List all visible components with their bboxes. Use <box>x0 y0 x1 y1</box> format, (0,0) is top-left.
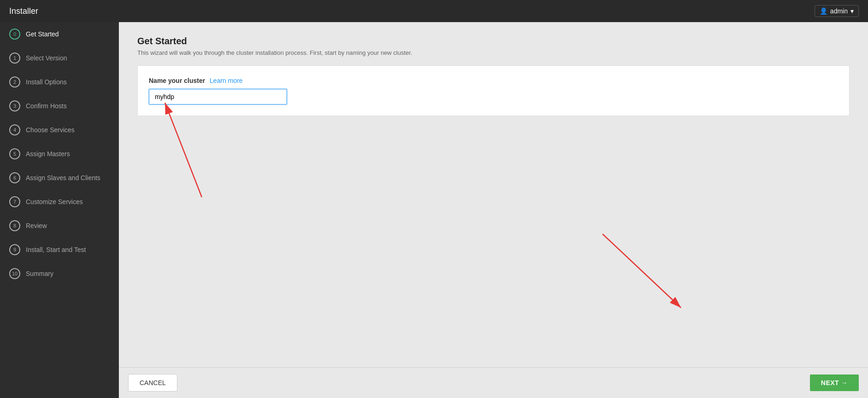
cluster-name-input[interactable] <box>149 89 287 105</box>
sidebar-item-choose-services[interactable]: 4 Choose Services <box>0 118 119 142</box>
sidebar-item-customize-services[interactable]: 7 Customize Services <box>0 190 119 214</box>
step-circle-5: 5 <box>9 148 20 159</box>
step-circle-4: 4 <box>9 124 20 135</box>
sidebar-item-assign-slaves[interactable]: 6 Assign Slaves and Clients <box>0 166 119 190</box>
step-circle-8: 8 <box>9 220 20 231</box>
cluster-name-label: Name your cluster Learn more <box>149 77 838 84</box>
content-header: Get Started This wizard will walk you th… <box>137 36 850 56</box>
sidebar-item-install-options[interactable]: 2 Install Options <box>0 70 119 94</box>
page-title: Get Started <box>137 36 850 47</box>
user-label: admin <box>830 7 848 15</box>
step-circle-3: 3 <box>9 100 20 111</box>
svg-line-3 <box>603 234 681 308</box>
sidebar-item-get-started[interactable]: 0 Get Started <box>0 22 119 46</box>
user-menu[interactable]: 👤 admin ▾ <box>815 5 859 17</box>
sidebar: 0 Get Started 1 Select Version 2 Install… <box>0 22 119 398</box>
cancel-button[interactable]: CANCEL <box>128 374 177 392</box>
sidebar-label-review: Review <box>26 222 47 229</box>
sidebar-label-summary: Summary <box>26 270 53 277</box>
sidebar-label-install-start-test: Install, Start and Test <box>26 246 86 253</box>
sidebar-label-select-version: Select Version <box>26 54 67 62</box>
learn-more-link[interactable]: Learn more <box>210 77 243 84</box>
next-button[interactable]: NEXT → <box>810 375 859 391</box>
sidebar-label-assign-slaves: Assign Slaves and Clients <box>26 174 100 181</box>
sidebar-item-install-start-test[interactable]: 9 Install, Start and Test <box>0 238 119 262</box>
step-circle-9: 9 <box>9 244 20 255</box>
sidebar-item-summary[interactable]: 10 Summary <box>0 262 119 286</box>
main-content: Get Started This wizard will walk you th… <box>119 22 868 398</box>
step-circle-7: 7 <box>9 196 20 207</box>
app-title: Installer <box>9 6 38 16</box>
sidebar-item-select-version[interactable]: 1 Select Version <box>0 46 119 70</box>
sidebar-label-assign-masters: Assign Masters <box>26 150 70 158</box>
footer-bar: CANCEL NEXT → <box>119 367 868 398</box>
sidebar-item-confirm-hosts[interactable]: 3 Confirm Hosts <box>0 94 119 118</box>
chevron-down-icon: ▾ <box>850 7 854 15</box>
step-circle-0: 0 <box>9 29 20 40</box>
sidebar-label-customize-services: Customize Services <box>26 198 83 205</box>
sidebar-label-get-started: Get Started <box>26 30 59 38</box>
user-icon: 👤 <box>820 7 827 15</box>
content-area: Get Started This wizard will walk you th… <box>119 22 868 367</box>
svg-line-2 <box>165 103 202 197</box>
sidebar-label-confirm-hosts: Confirm Hosts <box>26 102 67 110</box>
sidebar-label-choose-services: Choose Services <box>26 126 75 134</box>
step-circle-2: 2 <box>9 76 20 88</box>
step-circle-6: 6 <box>9 172 20 183</box>
step-circle-10: 10 <box>9 268 20 279</box>
cluster-name-card: Name your cluster Learn more <box>137 65 850 116</box>
step-circle-1: 1 <box>9 53 20 64</box>
sidebar-item-review[interactable]: 8 Review <box>0 214 119 238</box>
page-subtitle: This wizard will walk you through the cl… <box>137 49 850 56</box>
sidebar-label-install-options: Install Options <box>26 78 67 86</box>
top-navigation: Installer 👤 admin ▾ <box>0 0 868 22</box>
sidebar-item-assign-masters[interactable]: 5 Assign Masters <box>0 142 119 166</box>
main-layout: 0 Get Started 1 Select Version 2 Install… <box>0 22 868 398</box>
